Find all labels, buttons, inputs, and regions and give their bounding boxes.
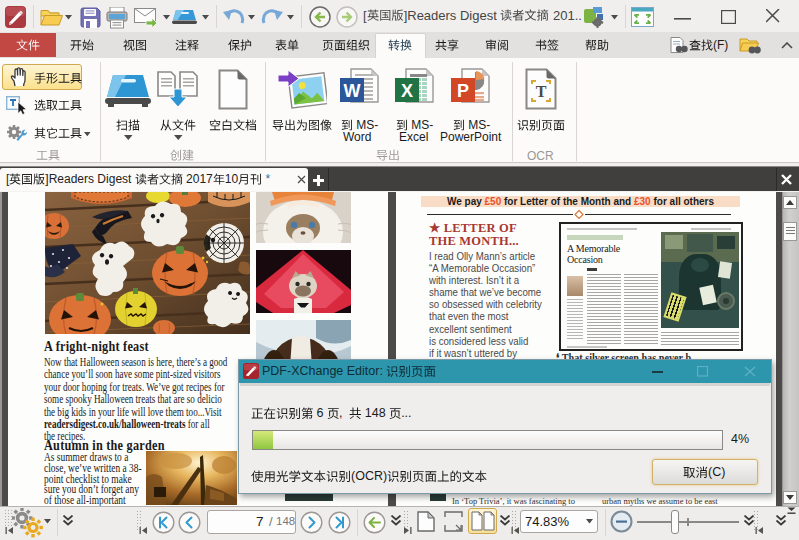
svg-text:T: T (536, 83, 547, 100)
svg-text:P: P (457, 81, 469, 101)
svg-text:X: X (401, 81, 413, 101)
svg-text:W: W (344, 81, 361, 101)
